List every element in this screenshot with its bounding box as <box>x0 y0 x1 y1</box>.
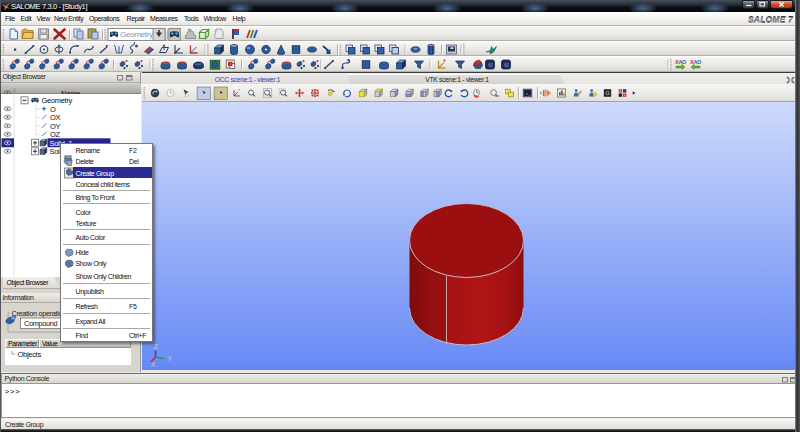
svg-text:Z: Z <box>154 343 158 350</box>
svg-text:Y: Y <box>168 355 173 362</box>
svg-text:Objects: Objects <box>18 350 42 359</box>
svg-text:Creation operation: Creation operation <box>12 309 67 318</box>
svg-text:Geometry: Geometry <box>120 30 153 39</box>
svg-text:abc: abc <box>495 94 500 98</box>
svg-text:>_: >_ <box>525 91 531 96</box>
svg-text:Compound: Compound <box>24 318 58 327</box>
svg-text:X: X <box>151 361 156 368</box>
svg-text:Geometry: Geometry <box>41 96 72 105</box>
svg-text:AO: AO <box>679 59 688 65</box>
svg-text:AO: AO <box>694 59 703 65</box>
